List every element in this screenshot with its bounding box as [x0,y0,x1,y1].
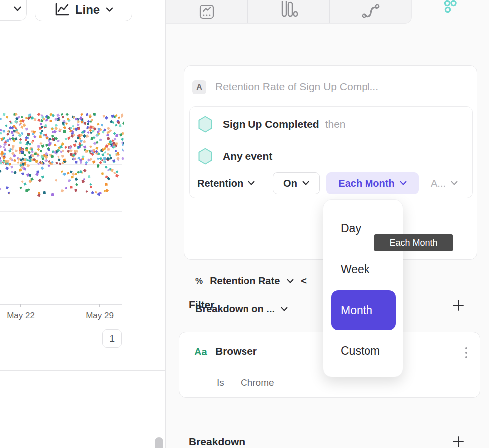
tab-bars-view[interactable] [247,0,330,23]
chart-box-icon [198,1,215,22]
event-definition-card: Sign Up Completed then Any event Retenti… [189,106,473,198]
event-row-return[interactable]: Any event [198,148,278,165]
chevron-down-icon [400,181,407,186]
scrollbar-thumb[interactable] [155,437,163,448]
dropdown-item-week[interactable]: Week [341,263,369,276]
visualization-tabbar [166,0,412,24]
chevron-down-icon [248,181,255,186]
event-name: Sign Up Completed [223,118,319,130]
percent-icon: % [195,276,203,286]
tab-flow-view[interactable] [329,0,411,23]
gridline [0,257,122,258]
line-chart-icon [54,3,69,17]
tab-chart-view[interactable] [166,0,247,23]
filter-value[interactable]: Chrome [241,377,274,388]
chevron-down-icon [451,181,458,186]
hexagon-icon [198,148,213,165]
filter-property-label: Browser [215,345,257,357]
breakdown-section-title: Breakdown [189,436,245,448]
chevron-down-icon [287,279,294,284]
query-panel: A Retention Rate of Sign Up Compl... Sig… [165,0,489,448]
x-axis [0,304,122,305]
dropdown-item-custom[interactable]: Custom [341,344,380,358]
measured-as-dropdown[interactable]: % Retention Rate < [195,275,307,287]
plus-icon [452,435,465,448]
chevron-down-icon [106,7,113,12]
truncated-dropdown[interactable]: A... [431,172,458,194]
teal-dots-icon [443,0,458,15]
chevron-down-icon [13,6,22,12]
plus-icon [452,299,465,312]
property-type-icon: Aa [194,346,207,358]
interval-dropdown-button[interactable]: Each Month [326,172,419,194]
pagination-page-button[interactable]: 1 [102,329,122,348]
chart-type-button[interactable]: Line [35,0,132,21]
event-suffix: then [325,118,346,130]
add-breakdown-button[interactable] [452,435,465,448]
on-dropdown-button[interactable]: On [273,172,320,194]
chart-type-label: Line [75,3,100,17]
query-title-input[interactable]: Retention Rate of Sign Up Compl... [215,81,378,93]
scatter-points-canvas [0,112,124,200]
retention-controls-row: Retention On Each Month A... [197,172,255,194]
gridline [0,71,122,71]
tab-scatter-view-selected[interactable] [443,0,458,15]
flow-icon [361,1,380,22]
metric-after-text: < [301,275,307,287]
event-name: Any event [223,150,272,162]
interval-tooltip: Each Month [374,234,453,251]
collapsed-dropdown-button[interactable] [0,0,27,21]
x-tick-label: May 22 [2,311,40,321]
interval-dropdown-menu: Day Week Month Custom [323,199,403,377]
bar-chart-icon [279,1,298,22]
chevron-down-icon [302,181,309,186]
dropdown-item-month-selected[interactable]: Month [331,290,396,330]
hexagon-icon [198,116,213,133]
chevron-down-icon [281,307,288,312]
gridline [0,211,122,212]
analytics-app: Line May 22 May 29 1 [0,0,489,448]
section-divider [0,370,165,371]
chart-pane: Line May 22 May 29 1 [0,0,165,448]
axis-tick [20,304,21,307]
event-row-first[interactable]: Sign Up Completed then [198,116,346,133]
filter-kebab-menu[interactable] [459,345,473,361]
filter-operator[interactable]: Is [217,377,224,388]
retention-dropdown[interactable]: Retention [197,178,255,189]
filter-section-title: Filter [189,299,214,311]
axis-tick [99,304,100,307]
add-filter-button[interactable] [452,299,465,312]
x-tick-label: May 29 [81,311,119,321]
series-badge: A [192,80,206,94]
dropdown-item-day[interactable]: Day [341,222,361,235]
